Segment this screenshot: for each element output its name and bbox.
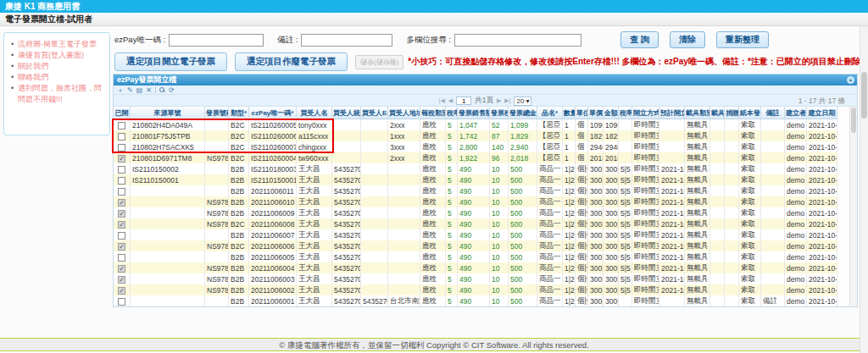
grid-cell[interactable]: 490 xyxy=(458,218,490,229)
grid-cell[interactable]: 2021-10- xyxy=(807,240,837,251)
grid-cell[interactable]: 即時開立 xyxy=(632,229,659,240)
grid-cell[interactable]: 300|2 xyxy=(604,207,619,218)
grid-cell[interactable]: 10 xyxy=(490,163,509,174)
grid-cell[interactable]: 2021-10- xyxy=(807,119,837,130)
grid-cell[interactable]: 個 xyxy=(576,119,588,130)
grid-cell[interactable] xyxy=(710,196,725,207)
issued-checkbox[interactable] xyxy=(118,177,125,185)
grid-cell[interactable]: 商品一 xyxy=(537,185,563,196)
column-header[interactable]: 載具號 xyxy=(710,107,725,119)
grid-cell[interactable]: 無載具 xyxy=(685,207,710,218)
grid-cell[interactable]: 5 xyxy=(446,130,458,141)
grid-cell[interactable]: 5|5 xyxy=(619,273,632,284)
grid-cell[interactable] xyxy=(388,273,420,284)
grid-cell[interactable]: 2021-10- xyxy=(807,130,837,141)
grid-cell[interactable]: 5|5 xyxy=(619,240,632,251)
grid-cell[interactable]: 5|5 xyxy=(619,174,632,185)
grid-cell[interactable]: 應稅 xyxy=(420,284,446,295)
grid-cell[interactable]: NS978 xyxy=(205,240,229,251)
grid-cell[interactable]: demo xyxy=(785,141,807,152)
grid-cell[interactable] xyxy=(761,152,785,163)
grid-cell[interactable] xyxy=(388,262,420,273)
grid-cell[interactable] xyxy=(710,218,725,229)
grid-cell[interactable]: 300|2 xyxy=(604,185,619,196)
table-row[interactable]: 210801F75J5TPBB2CIS2110260006a115cxxx1xx… xyxy=(114,130,837,141)
grid-cell[interactable]: 20211006011 xyxy=(249,185,297,196)
grid-cell[interactable]: 個|個 xyxy=(576,174,588,185)
grid-cell[interactable] xyxy=(131,240,205,251)
issued-checkbox[interactable]: ✓ xyxy=(118,221,125,229)
grid-cell[interactable] xyxy=(725,174,739,185)
grid-cell[interactable] xyxy=(361,229,388,240)
grid-cell[interactable]: demo xyxy=(785,273,807,284)
query-button[interactable]: 查 詢 xyxy=(620,31,659,48)
grid-cell[interactable]: 王大昌 xyxy=(297,196,332,207)
grid-cell[interactable]: 索取 xyxy=(739,163,761,174)
grid-cell[interactable]: 300|2 xyxy=(604,163,619,174)
grid-cell[interactable] xyxy=(619,141,632,152)
grid-cell[interactable]: 應稅 xyxy=(420,262,446,273)
grid-cell[interactable]: 300|2 xyxy=(604,196,619,207)
grid-cell[interactable] xyxy=(388,229,420,240)
grid-cell[interactable]: IS2110260004 xyxy=(249,152,297,163)
column-header[interactable]: 稅率(%) xyxy=(619,107,632,119)
table-row[interactable]: B2B20211006005王大昌5435270應稅549010500商品一1|… xyxy=(114,251,837,262)
grid-cell[interactable]: 300|1 xyxy=(588,284,604,295)
column-header[interactable]: 建立日期 xyxy=(807,107,837,119)
grid-cell[interactable]: 2940. xyxy=(604,141,619,152)
grid-cell[interactable]: 商品一 xyxy=(537,295,563,306)
grid-cell[interactable]: 無載具 xyxy=(685,240,710,251)
grid-cell[interactable]: 300|1 xyxy=(588,207,604,218)
grid-cell[interactable] xyxy=(710,152,725,163)
grid-cell[interactable]: demo xyxy=(785,251,807,262)
grid-cell[interactable]: 2021-10- xyxy=(807,284,837,295)
grid-cell[interactable] xyxy=(361,240,388,251)
grid-cell[interactable]: 2021-10- xyxy=(659,273,685,284)
grid-cell[interactable]: 即時開立 xyxy=(632,284,659,295)
grid-cell[interactable]: 個|個 xyxy=(576,229,588,240)
grid-cell[interactable]: 個|個 xyxy=(576,262,588,273)
column-header[interactable]: 發票總金額 xyxy=(509,107,537,119)
grid-cell[interactable]: 300|1 xyxy=(588,240,604,251)
grid-cell[interactable]: demo xyxy=(785,295,807,306)
grid-cell[interactable]: 應稅 xyxy=(420,207,446,218)
grid-cell[interactable]: 490 xyxy=(458,251,490,262)
grid-cell[interactable]: 索取 xyxy=(739,229,761,240)
edit-icon[interactable]: ✎ xyxy=(127,86,133,94)
grid-cell[interactable]: 5435270 xyxy=(332,251,361,262)
grid-cell[interactable] xyxy=(332,130,361,141)
grid-cell[interactable]: 3xxx xyxy=(388,141,420,152)
column-header[interactable]: 單位* xyxy=(576,107,588,119)
column-header[interactable]: 載具類別 xyxy=(685,107,710,119)
grid-cell[interactable] xyxy=(659,141,685,152)
grid-cell[interactable] xyxy=(725,141,739,152)
grid-cell[interactable]: 5 xyxy=(446,284,458,295)
grid-cell[interactable]: 140 xyxy=(490,141,509,152)
grid-cell[interactable]: 10 xyxy=(490,295,509,306)
grid-cell[interactable]: 即時開立 xyxy=(632,240,659,251)
grid-cell[interactable]: 備註 xyxy=(761,295,785,306)
issue-invoice-button[interactable]: 選定項目開立電子發票 xyxy=(114,52,227,71)
grid-cell[interactable]: 1|2 xyxy=(563,240,576,251)
grid-cell[interactable]: 【思亞 xyxy=(537,141,563,152)
grid-cell[interactable]: 5|5 xyxy=(619,196,632,207)
grid-cell[interactable]: 300|2 xyxy=(604,174,619,185)
grid-cell[interactable] xyxy=(388,185,420,196)
grid-cell[interactable] xyxy=(761,141,785,152)
grid-cell[interactable] xyxy=(725,196,739,207)
grid-cell[interactable]: 20211006004 xyxy=(249,262,297,273)
grid-cell[interactable] xyxy=(659,295,685,306)
table-row[interactable]: ✓NS978B2B20211006002王大昌5435270應稅54901050… xyxy=(114,284,837,295)
grid-cell[interactable]: 商品一 xyxy=(537,196,563,207)
grid-cell[interactable] xyxy=(131,229,205,240)
grid-cell[interactable]: 2,940 xyxy=(509,141,537,152)
column-header[interactable]: 類型* xyxy=(229,107,249,119)
grid-cell[interactable]: 300|2 xyxy=(604,251,619,262)
column-header[interactable]: 買受人E-Mail xyxy=(361,107,388,119)
grid-cell[interactable] xyxy=(761,119,785,130)
grid-cell[interactable]: 索取 xyxy=(739,284,761,295)
grid-cell[interactable]: 300|2 xyxy=(604,273,619,284)
grid-cell[interactable]: 個 xyxy=(576,152,588,163)
grid-cell[interactable]: 無載具 xyxy=(685,152,710,163)
grid-cell[interactable] xyxy=(388,163,420,174)
